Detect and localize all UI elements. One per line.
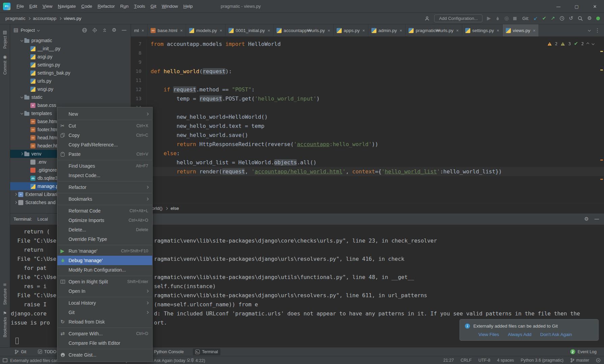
panel-settings-icon[interactable]: ⚙ <box>112 28 116 33</box>
code-with-me-icon[interactable] <box>596 17 600 20</box>
globe-icon[interactable] <box>82 28 87 33</box>
tab-close-icon[interactable]: × <box>456 28 459 33</box>
tree-item[interactable]: pragmatic <box>10 36 131 45</box>
tree-item[interactable]: urls.py <box>10 77 131 85</box>
git-tool-button[interactable]: Git <box>12 348 29 355</box>
context-menu-item[interactable]: Create Gist... <box>57 350 152 360</box>
todo-tool-button[interactable]: TODO <box>35 348 59 355</box>
inspections-widget[interactable]: 2 3 ✔ 2 <box>546 38 595 49</box>
context-menu-item[interactable]: Compare File with Editor <box>57 338 152 348</box>
tab-close-icon[interactable]: × <box>180 28 183 33</box>
line-ending[interactable]: CRLF <box>461 358 472 363</box>
code-editor[interactable]: 7from accountapp.models import HelloWorl… <box>131 37 604 203</box>
code-line[interactable]: 15 new_hello_world=HelloWorld() <box>131 112 604 121</box>
editor-tab[interactable]: accountapp₩urls.py× <box>273 24 334 36</box>
debug-icon[interactable] <box>495 16 500 21</box>
tab-close-icon[interactable]: × <box>400 28 402 33</box>
line-number[interactable]: 13 <box>131 94 147 103</box>
tree-item[interactable]: wsgi.py <box>10 85 131 93</box>
settings-gear-icon[interactable]: ⚙ <box>587 16 592 21</box>
code-line[interactable]: 11 <box>131 76 604 85</box>
tool-stripe-commit[interactable]: ◉ Commit <box>3 52 7 78</box>
editor-tab[interactable]: <>base.html× <box>148 24 186 36</box>
tab-close-icon[interactable]: × <box>533 28 535 33</box>
editor-tab[interactable]: admin.py× <box>368 24 405 36</box>
context-menu-item[interactable]: Refactor <box>57 183 152 192</box>
menubar-item-tools[interactable]: Tools <box>131 0 148 12</box>
context-menu-item[interactable]: ▶Run 'manage'Ctrl+Shift+F10 <box>57 246 152 256</box>
code-line[interactable]: 18 return HttpResponseRedirect(reverse('… <box>131 140 604 149</box>
code-line[interactable]: 13 temp = request.POST.get('hello_world_… <box>131 94 604 103</box>
code-line[interactable]: 14 <box>131 103 604 112</box>
context-menu-item[interactable]: Bookmarks <box>57 194 152 204</box>
next-issue-icon[interactable] <box>592 42 594 45</box>
line-number[interactable]: 10 <box>131 67 147 76</box>
tab-options-icon[interactable]: ⋮ <box>595 28 600 33</box>
context-menu-item[interactable]: Modify Run Configuration... <box>57 265 152 275</box>
tree-item[interactable]: __init__.py <box>10 45 131 53</box>
git-history-icon[interactable] <box>559 16 564 21</box>
tree-item[interactable]: static <box>10 93 131 101</box>
editor-tab[interactable]: pragmatic₩urls.py× <box>405 24 462 36</box>
menubar-item-edit[interactable]: Edit <box>27 0 40 12</box>
context-menu-item[interactable]: Delete...Delete <box>57 225 152 234</box>
file-encoding[interactable]: UTF-8 <box>478 358 490 363</box>
breadcrumb-item[interactable]: pragmatic <box>5 16 25 21</box>
context-menu-item[interactable]: ⇄Compare With...Ctrl+D <box>57 329 152 338</box>
error-stripe-scrollbar[interactable] <box>599 37 604 203</box>
tab-close-icon[interactable]: × <box>362 28 365 33</box>
git-push-icon[interactable]: ↗ <box>551 16 555 21</box>
menubar-item-view[interactable]: View <box>40 0 55 12</box>
tool-stripe-bookmarks[interactable]: ⚑ Bookmarks <box>3 308 7 340</box>
breadcrumb-item[interactable]: accountapp <box>33 16 56 21</box>
context-menu-item[interactable]: Reformat CodeCtrl+Alt+L <box>57 206 152 216</box>
hidden-tabs-dropdown-icon[interactable] <box>588 29 590 31</box>
menubar-item-file[interactable]: File <box>14 0 27 12</box>
git-update-icon[interactable]: ↙ <box>533 16 538 21</box>
editor-tab[interactable]: ml× <box>131 24 148 36</box>
context-menu-item[interactable]: ✂CutCtrl+X <box>57 121 152 131</box>
context-menu-item[interactable]: ↻Reload from Disk <box>57 317 152 327</box>
line-number[interactable]: 11 <box>131 76 147 85</box>
tree-item[interactable]: asgi.py <box>10 53 131 61</box>
editor-tab[interactable]: 0001_initial.py× <box>226 24 273 36</box>
prev-issue-icon[interactable] <box>586 42 589 45</box>
context-menu-item[interactable]: Local History <box>57 298 152 308</box>
caret-position[interactable]: 21:27 <box>443 358 454 363</box>
code-line[interactable]: 8 <box>131 49 604 58</box>
line-number[interactable]: 12 <box>131 85 147 94</box>
context-menu-item[interactable]: Git <box>57 308 152 317</box>
tab-close-icon[interactable]: × <box>141 28 144 33</box>
indent-style[interactable]: 4 spaces <box>497 358 514 363</box>
terminal-settings-icon[interactable]: ⚙ <box>584 217 589 222</box>
menubar-item-code[interactable]: Code <box>79 0 95 12</box>
context-menu-item[interactable]: Open In <box>57 286 152 296</box>
run-configuration-selector[interactable]: Add Configuration... <box>434 15 482 22</box>
context-menu-item[interactable]: Debug 'manage' <box>57 256 152 265</box>
context-menu-item[interactable]: New <box>57 109 152 119</box>
line-number[interactable]: 9 <box>131 58 147 67</box>
menubar-item-window[interactable]: Window <box>159 0 181 12</box>
search-icon[interactable] <box>578 16 583 21</box>
git-rollback-icon[interactable]: ↺ <box>569 16 573 21</box>
tab-close-icon[interactable]: × <box>220 28 222 33</box>
coverage-icon[interactable]: ◎ <box>504 16 509 21</box>
event-log-button[interactable]: 2 Event Log <box>570 349 604 354</box>
breadcrumb-item[interactable]: views.py <box>64 16 81 21</box>
code-line[interactable]: 9 <box>131 58 604 67</box>
user-settings-icon[interactable] <box>424 16 430 21</box>
context-menu-item[interactable]: Optimize ImportsCtrl+Alt+O <box>57 216 152 225</box>
context-menu-item[interactable]: Override File Type <box>57 234 152 244</box>
menubar-item-refactor[interactable]: Refactor <box>95 0 117 12</box>
collapse-all-icon[interactable] <box>102 28 107 33</box>
locate-file-icon[interactable] <box>92 28 97 33</box>
code-line[interactable]: 17 new_hello_world.save() <box>131 131 604 140</box>
code-line[interactable]: 21 return render(request, 'accountapp/he… <box>131 167 604 176</box>
code-line[interactable]: 10def hello_world(request): <box>131 67 604 76</box>
tool-stripe-project[interactable]: ▤ Project <box>3 27 7 52</box>
minimize-button[interactable] <box>549 0 568 12</box>
git-branch-widget[interactable]: master <box>570 358 589 363</box>
context-menu-item[interactable]: PasteCtrl+V <box>57 149 152 159</box>
tree-item[interactable]: settings_bak.py <box>10 69 131 77</box>
code-line[interactable]: 16 new_hello_world.text = temp <box>131 121 604 131</box>
